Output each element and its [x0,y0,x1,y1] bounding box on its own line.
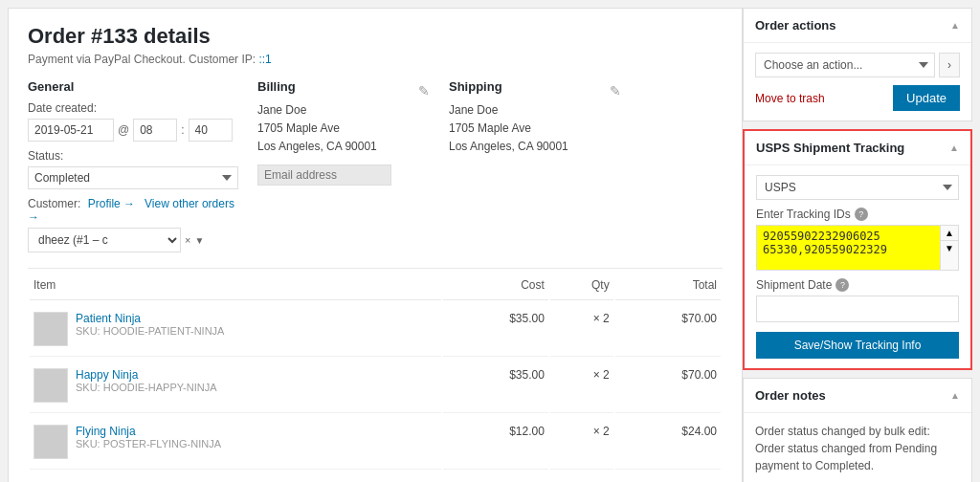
colon-symbol: : [181,123,184,137]
billing-name: Jane Doe [257,101,430,120]
general-section-label: General [28,79,238,94]
item-image-0 [33,312,68,346]
tracking-ids-info-icon[interactable]: ? [855,208,868,221]
item-name-2[interactable]: Flying Ninja [76,425,221,438]
shipping-address1: 1705 Maple Ave [449,120,621,138]
order-actions-header[interactable]: Order actions ▲ [744,9,971,43]
order-subtitle: Payment via PayPal Checkout. Customer IP… [28,53,723,66]
profile-link[interactable]: Profile → [88,197,135,210]
shipping-section-label: Shipping [449,79,502,94]
item-total-1: $70.00 [615,359,721,413]
table-row: Happy Ninja SKU: HOODIE-HAPPY-NINJA $35.… [30,359,721,413]
billing-address2: Los Angeles, CA 90001 [257,138,430,156]
col-total-header: Total [615,271,721,300]
status-label: Status: [28,149,238,163]
shipping-address2: Los Angeles, CA 90001 [449,138,621,156]
billing-edit-icon[interactable]: ✎ [418,83,430,99]
shipment-date-input[interactable] [756,296,959,322]
item-image-2 [33,425,68,459]
shipment-date-info-icon[interactable]: ? [835,278,849,292]
shipment-date-label: Shipment Date [756,278,832,292]
at-symbol: @ [118,123,129,137]
save-tracking-button[interactable]: Save/Show Tracking Info [756,332,959,359]
date-created-label: Date created: [28,101,238,115]
item-qty-1: × 2 [550,359,613,413]
customer-select[interactable]: dheez (#1 – c [28,228,181,252]
order-notes-header[interactable]: Order notes ▲ [744,379,971,413]
status-select[interactable]: Completed Pending payment Processing On … [28,166,238,189]
item-sku-2: SKU: POSTER-FLYING-NINJA [76,438,221,449]
carrier-select[interactable]: USPS [756,175,959,200]
hour-input[interactable] [133,119,177,142]
action-go-button[interactable]: › [939,53,960,77]
item-sku-0: SKU: HOODIE-PATIENT-NINJA [76,325,224,337]
tracking-ids-textarea[interactable] [756,225,941,271]
customer-ip-link[interactable]: ::1 [258,53,271,66]
order-actions-title: Order actions [755,18,836,33]
col-item-header: Item [30,271,441,300]
item-qty-2: × 2 [550,415,613,470]
usps-tracking-header[interactable]: USPS Shipment Tracking ▲ [745,131,970,165]
item-name-0[interactable]: Patient Ninja [76,312,224,325]
move-to-trash-link[interactable]: Move to trash [755,92,825,105]
item-image-1 [33,368,68,403]
choose-action-select[interactable]: Choose an action... [755,53,935,77]
order-actions-box: Order actions ▲ Choose an action... › Mo… [743,8,972,121]
date-input[interactable] [28,119,114,142]
x-button[interactable]: × [185,234,190,246]
item-qty-0: × 2 [550,302,613,357]
table-row: Flying Ninja SKU: POSTER-FLYING-NINJA $1… [30,415,721,470]
order-title: Order #133 details [28,24,723,49]
usps-tracking-title: USPS Shipment Tracking [756,141,904,155]
order-notes-chevron: ▲ [950,390,960,401]
item-total-0: $70.00 [615,302,721,357]
col-cost-header: Cost [443,271,548,300]
order-actions-chevron: ▲ [950,20,960,31]
billing-section-label: Billing [257,79,296,94]
item-total-2: $24.00 [615,415,721,470]
item-cost-0: $35.00 [443,302,548,357]
customer-label: Customer: [28,197,80,210]
table-row: Patient Ninja SKU: HOODIE-PATIENT-NINJA … [30,302,721,357]
usps-tracking-chevron: ▲ [949,142,959,153]
item-cost-2: $12.00 [443,415,548,470]
billing-email-input[interactable] [257,164,391,186]
tracking-textarea-scroll-up[interactable]: ▲ [941,226,958,241]
item-sku-1: SKU: HOODIE-HAPPY-NINJA [76,382,217,393]
items-table: Item Cost Qty Total Patient Ninja SKU: H… [28,268,723,471]
shipping-name: Jane Doe [449,101,621,120]
tracking-ids-label: Enter Tracking IDs [756,208,851,221]
usps-tracking-box: USPS Shipment Tracking ▲ USPS Enter Trac… [743,129,972,370]
order-notes-title: Order notes [755,388,826,403]
billing-address1: 1705 Maple Ave [257,120,430,138]
shipping-edit-icon[interactable]: ✎ [610,83,621,99]
item-cost-1: $35.00 [443,359,548,413]
item-name-1[interactable]: Happy Ninja [76,368,217,382]
tracking-textarea-scroll-down[interactable]: ▼ [941,241,958,255]
minute-input[interactable] [189,119,233,142]
update-button[interactable]: Update [893,85,960,111]
order-note-item: Order status changed by bulk edit: Order… [755,423,960,474]
col-qty-header: Qty [550,271,613,300]
dropdown-icon: ▼ [194,235,204,246]
order-notes-box: Order notes ▲ Order status changed by bu… [743,378,972,482]
